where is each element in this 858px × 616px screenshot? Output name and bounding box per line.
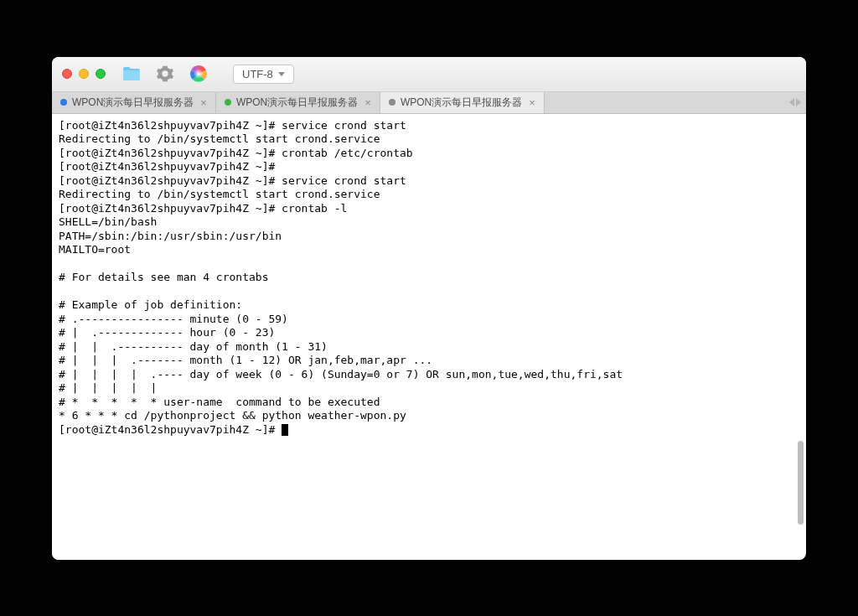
- terminal-line: # | .------------- hour (0 - 23): [59, 326, 275, 339]
- close-button[interactable]: [62, 69, 72, 79]
- scrollbar[interactable]: [794, 114, 806, 560]
- terminal-line: PATH=/sbin:/bin:/usr/sbin:/usr/bin: [59, 230, 282, 242]
- tab-nav: [784, 92, 806, 113]
- svg-point-0: [194, 69, 204, 79]
- terminal-line: MAILTO=root: [59, 243, 131, 256]
- status-dot-icon: [389, 99, 395, 106]
- terminal-line: # | | | | |: [59, 381, 157, 394]
- tab-0[interactable]: WPON演示每日早报服务器×: [52, 92, 216, 113]
- color-wheel-icon[interactable]: [188, 64, 209, 84]
- tab-2[interactable]: WPON演示每日早报服务器×: [380, 92, 545, 113]
- maximize-button[interactable]: [96, 69, 106, 79]
- toolbar-icons: [121, 64, 209, 84]
- terminal-line: [root@iZt4n36l2shpuyvav7pih4Z ~]# cronta…: [59, 147, 413, 159]
- terminal-line: # * * * * * user-name command to be exec…: [59, 396, 380, 408]
- folder-icon[interactable]: [121, 64, 142, 84]
- terminal-line: * 6 * * * cd /pythonproject && python we…: [59, 409, 406, 422]
- chevron-down-icon: [278, 72, 285, 76]
- encoding-dropdown[interactable]: UTF-8: [233, 65, 294, 84]
- terminal-line: [root@iZt4n36l2shpuyvav7pih4Z ~]# servic…: [59, 174, 406, 187]
- terminal-line: Redirecting to /bin/systemctl start cron…: [59, 188, 380, 200]
- terminal-output[interactable]: [root@iZt4n36l2shpuyvav7pih4Z ~]# servic…: [52, 114, 794, 560]
- terminal-line: # For details see man 4 crontabs: [59, 271, 268, 283]
- terminal-line: SHELL=/bin/bash: [59, 215, 157, 228]
- terminal-line: # .---------------- minute (0 - 59): [59, 313, 288, 325]
- status-dot-icon: [225, 99, 231, 106]
- tab-label: WPON演示每日早报服务器: [236, 96, 358, 110]
- tab-1[interactable]: WPON演示每日早报服务器×: [216, 92, 380, 113]
- terminal-area: [root@iZt4n36l2shpuyvav7pih4Z ~]# servic…: [52, 114, 806, 560]
- cursor: [282, 424, 288, 436]
- terminal-line: # | | | | .---- day of week (0 - 6) (Sun…: [59, 368, 623, 380]
- gear-icon[interactable]: [154, 64, 176, 84]
- terminal-line: # | | .---------- day of month (1 - 31): [59, 340, 328, 353]
- scroll-thumb[interactable]: [798, 441, 804, 525]
- close-icon[interactable]: ×: [529, 97, 535, 108]
- tab-label: WPON演示每日早报服务器: [401, 96, 522, 110]
- terminal-window: UTF-8 WPON演示每日早报服务器×WPON演示每日早报服务器×WPON演示…: [52, 57, 806, 560]
- close-icon[interactable]: ×: [200, 97, 207, 108]
- terminal-line: Redirecting to /bin/systemctl start cron…: [59, 132, 380, 145]
- status-dot-icon: [60, 99, 67, 106]
- titlebar: UTF-8: [52, 57, 806, 92]
- minimize-button[interactable]: [79, 69, 89, 79]
- encoding-label: UTF-8: [242, 68, 273, 80]
- terminal-line: [root@iZt4n36l2shpuyvav7pih4Z ~]# cronta…: [59, 202, 347, 215]
- window-controls: [62, 69, 106, 79]
- tab-scroll-right[interactable]: [796, 98, 801, 106]
- terminal-line: [root@iZt4n36l2shpuyvav7pih4Z ~]# servic…: [59, 119, 406, 132]
- terminal-prompt: [root@iZt4n36l2shpuyvav7pih4Z ~]#: [59, 423, 282, 436]
- tab-scroll-left[interactable]: [789, 98, 794, 106]
- terminal-line: # Example of job definition:: [59, 298, 242, 311]
- close-icon[interactable]: ×: [364, 97, 371, 108]
- tabbar: WPON演示每日早报服务器×WPON演示每日早报服务器×WPON演示每日早报服务…: [52, 92, 806, 114]
- terminal-line: [root@iZt4n36l2shpuyvav7pih4Z ~]#: [59, 160, 275, 173]
- tab-label: WPON演示每日早报服务器: [72, 96, 194, 110]
- terminal-line: # | | | .------- month (1 - 12) OR jan,f…: [59, 354, 432, 366]
